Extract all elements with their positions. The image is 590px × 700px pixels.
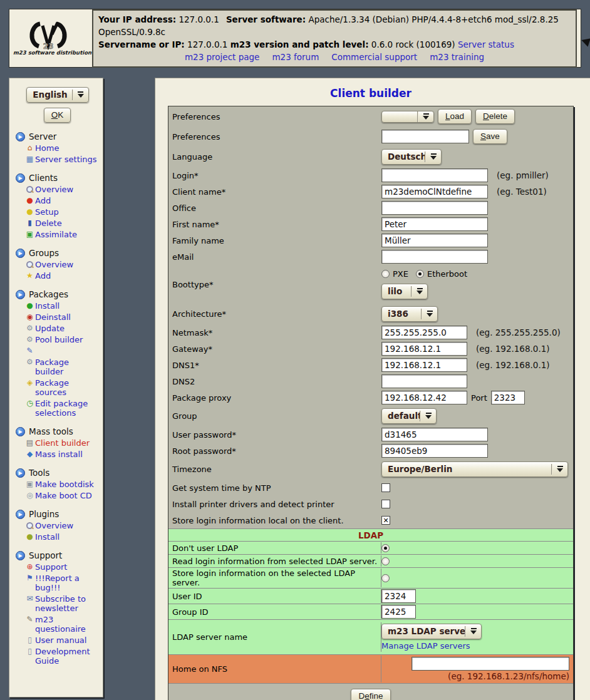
sidebar-item-overview[interactable]: Overview: [24, 260, 99, 269]
define-button[interactable]: Define: [351, 689, 390, 700]
sidebar-item-icon-only[interactable]: ✎: [24, 346, 99, 356]
sidebar-item-make-boot-cd[interactable]: ◎Make boot CD: [24, 491, 99, 500]
sidebar-item-setup[interactable]: ●Setup: [24, 207, 99, 217]
chevron-down-icon[interactable]: [425, 152, 441, 162]
etherboot-radio[interactable]: [416, 270, 424, 278]
sidebar-item-home[interactable]: ⌂Home: [24, 143, 99, 153]
sidebar-item-client-builder[interactable]: ▤Client builder: [24, 438, 99, 448]
commercial-support-link[interactable]: Commercial support: [331, 52, 417, 62]
store-login-information-on-the-selected-ldap-server-radio[interactable]: [381, 574, 390, 582]
family-name-input[interactable]: [381, 234, 488, 247]
sidebar-item-pool-builder[interactable]: ⚙Pool builder: [24, 335, 99, 344]
form-row-gateway: Gateway*(eg. 192.168.0.1): [168, 341, 573, 357]
ok-button[interactable]: OK: [44, 108, 71, 123]
make-bootdisk-icon: ▣: [24, 480, 35, 489]
m23-project-page-link[interactable]: m23 project page: [185, 52, 259, 62]
chevron-down-icon[interactable]: [411, 286, 427, 297]
login-input[interactable]: [381, 168, 488, 182]
sidebar-item-report-a-bug[interactable]: ⚑!!!Report a bug!!!: [24, 574, 99, 592]
port-input[interactable]: [491, 391, 525, 404]
gateway-input[interactable]: [381, 342, 467, 356]
first-name-input[interactable]: [381, 217, 488, 231]
radio-option-etherboot[interactable]: Etherboot: [416, 269, 467, 279]
sidebar-item-edit-package-selections[interactable]: ◷Edit package selections: [24, 399, 99, 418]
field-value: LoadDelete: [381, 109, 573, 124]
chevron-down-icon[interactable]: [72, 90, 88, 100]
architecture-select[interactable]: i386: [381, 306, 438, 322]
home-on-nfs-input[interactable]: [411, 657, 569, 671]
chevron-down-icon[interactable]: [551, 464, 567, 475]
bootloader-select[interactable]: lilo: [381, 284, 428, 299]
server-info-box: Your IP address: 127.0.0.1 Server softwa…: [92, 9, 577, 68]
ldap-server-name-select[interactable]: m23 LDAP server: [381, 624, 482, 639]
save-button[interactable]: Save: [473, 129, 507, 144]
don-t-user-ldap-radio[interactable]: [381, 544, 390, 552]
group-select[interactable]: default: [381, 408, 437, 424]
sidebar-item-overview[interactable]: Overview: [24, 521, 99, 530]
client-name-input[interactable]: [381, 185, 488, 198]
timezone-select[interactable]: Europe/Berlin: [381, 461, 568, 477]
m23-forum-link[interactable]: m23 forum: [272, 52, 319, 62]
sidebar-nav: ▶Server⌂Home▦Server settings▶ClientsOver…: [16, 131, 99, 666]
manage-ldap-servers-link[interactable]: Manage LDAP servers: [381, 641, 482, 651]
sidebar-item-install[interactable]: ●Install: [24, 532, 99, 542]
sidebar-item-label: Overview: [35, 521, 73, 530]
root-password-input[interactable]: [381, 444, 488, 458]
field-label: Login*: [168, 171, 381, 180]
store-login-information-local-on-the-client-checkbox[interactable]: ✕: [381, 516, 390, 525]
form-row-user-id: User ID: [168, 588, 573, 604]
sidebar-section-packages: ▶Packages●Install◉Deinstall⚙Update⚙Pool …: [16, 289, 99, 418]
sidebar-item-delete[interactable]: ▮Delete: [24, 219, 99, 228]
netmask-input[interactable]: [381, 326, 467, 339]
sidebar-item-package-builder[interactable]: ⚙Package builder: [24, 358, 99, 376]
chevron-down-icon[interactable]: [420, 411, 436, 421]
sidebar-item-add[interactable]: ●Add: [24, 196, 99, 205]
server-status-link[interactable]: Server status: [458, 39, 514, 49]
form-row-dns1: DNS1*(eg. 192.168.0.1): [168, 357, 573, 373]
group-id-input[interactable]: [381, 605, 416, 619]
load-button[interactable]: Load: [438, 109, 472, 124]
sidebar-item-update[interactable]: ⚙Update: [24, 324, 99, 333]
dns1-input[interactable]: [381, 358, 467, 372]
m23-training-link[interactable]: m23 training: [430, 52, 484, 62]
preferences-input[interactable]: [381, 130, 469, 143]
sidebar-item-development-guide[interactable]: ▯Development Guide: [24, 647, 99, 666]
pxe-radio[interactable]: [381, 270, 390, 278]
sidebar-item-subscribe-to-newsletter[interactable]: ✉Subscribe to newsletter: [24, 594, 99, 613]
delete-button[interactable]: Delete: [475, 109, 515, 124]
sidebar-item-assimilate[interactable]: ▣Assimilate: [24, 230, 99, 239]
chevron-down-icon[interactable]: [417, 111, 433, 122]
user-id-input[interactable]: [381, 589, 416, 603]
sidebar-item-make-bootdisk[interactable]: ▣Make bootdisk: [24, 480, 99, 489]
sidebar-item-user-manual[interactable]: ▯User manual: [24, 636, 99, 645]
user-password-input[interactable]: [381, 428, 488, 441]
package-proxy-input[interactable]: [381, 391, 467, 404]
sidebar-item-label: Setup: [35, 207, 59, 217]
sidebar-item-support[interactable]: ⊕Support: [24, 562, 99, 572]
sidebar-item-server-settings[interactable]: ▦Server settings: [24, 155, 99, 164]
read-login-information-from-selected-ldap-server-radio[interactable]: [381, 557, 390, 565]
email-input[interactable]: [381, 250, 488, 264]
chevron-down-icon[interactable]: [421, 309, 437, 319]
sidebar-item-add[interactable]: ★Add: [24, 271, 99, 281]
pool-builder-icon: ⚙: [24, 335, 35, 344]
sidebar-item-m23-questionaire[interactable]: ✎m23 questionaire: [24, 615, 99, 634]
office-input[interactable]: [381, 201, 488, 215]
sidebar-item-mass-install[interactable]: ◆Mass install: [24, 450, 99, 459]
sidebar-item-label: Overview: [35, 185, 73, 194]
get-system-time-by-ntp-checkbox[interactable]: [381, 483, 390, 492]
server-info-line-2: Servername or IP: 127.0.0.1 m23 version …: [98, 38, 571, 51]
language-select[interactable]: Deutsch: [381, 149, 442, 165]
field-hint: (eg. pmiller): [497, 170, 549, 180]
sidebar-item-overview[interactable]: Overview: [24, 185, 99, 194]
field-value: [381, 544, 573, 552]
sidebar-item-deinstall[interactable]: ◉Deinstall: [24, 312, 99, 322]
install-printer-drivers-and-detect-printer-checkbox[interactable]: [381, 500, 390, 508]
radio-option-pxe[interactable]: PXE: [381, 269, 408, 279]
sidebar-item-install[interactable]: ●Install: [24, 301, 99, 311]
chevron-down-icon[interactable]: [465, 626, 481, 637]
dns2-input[interactable]: [381, 374, 467, 388]
preferences-select[interactable]: [381, 111, 434, 123]
sidebar-item-package-sources[interactable]: ◈Package sources: [24, 378, 99, 397]
language-select[interactable]: English: [26, 87, 89, 103]
